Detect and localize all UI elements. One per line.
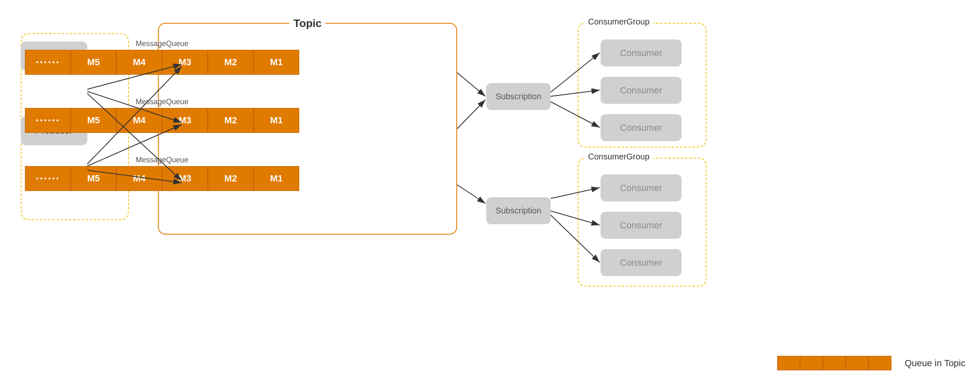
legend-label: Queue in Topic [905, 358, 965, 369]
consumer-2-1: Consumer [601, 174, 682, 201]
mq-3-cell-5: M1 [254, 166, 299, 191]
svg-line-8 [457, 100, 485, 129]
svg-line-7 [457, 73, 485, 96]
subscription-2: Subscription [486, 197, 551, 224]
mq-3-cell-3: M3 [162, 166, 208, 191]
mq-2-label: MessageQueue [25, 98, 299, 106]
subscription-1-label: Subscription [495, 92, 541, 101]
mq-3-cell-4: M2 [208, 166, 254, 191]
mq-2-row: ······ M5 M4 M3 M2 M1 [25, 108, 299, 133]
consumer-2-3-label: Consumer [620, 257, 662, 268]
legend-cell-5 [869, 356, 891, 370]
mq-3-cell-1: M5 [71, 166, 116, 191]
mq-1-row: ······ M5 M4 M3 M2 M1 [25, 50, 299, 75]
mq-3-cell-2: M4 [116, 166, 162, 191]
subscription-1: Subscription [486, 83, 551, 110]
consumer-2-2: Consumer [601, 212, 682, 239]
mq-2-cell-1: M5 [71, 108, 116, 133]
message-queue-3: MessageQueue ······ M5 M4 M3 M2 M1 [25, 156, 299, 191]
consumer-1-1: Consumer [601, 39, 682, 66]
legend-cell-2 [800, 356, 823, 370]
consumer-1-3: Consumer [601, 114, 682, 141]
svg-line-9 [457, 185, 485, 203]
legend-cell-4 [846, 356, 869, 370]
mq-3-label: MessageQueue [25, 156, 299, 164]
legend: Queue in Topic [777, 356, 965, 370]
cg-1-label: ConsumerGroup [585, 17, 653, 27]
consumer-2-3: Consumer [601, 249, 682, 276]
mq-2-cell-2: M4 [116, 108, 162, 133]
legend-cell-3 [823, 356, 846, 370]
message-queue-2: MessageQueue ······ M5 M4 M3 M2 M1 [25, 98, 299, 133]
mq-1-cell-3: M3 [162, 50, 208, 75]
topic-label: Topic [289, 17, 325, 30]
message-queue-1: MessageQueue ······ M5 M4 M3 M2 M1 [25, 39, 299, 75]
diagram: Producer Producer Topic MessageQueue ···… [0, 0, 980, 382]
mq-2-cell-0: ······ [25, 108, 71, 133]
mq-1-cell-2: M4 [116, 50, 162, 75]
mq-3-cell-0: ······ [25, 166, 71, 191]
consumer-1-2-label: Consumer [620, 85, 662, 96]
consumer-2-1-label: Consumer [620, 183, 662, 193]
consumer-2-2-label: Consumer [620, 220, 662, 231]
mq-1-cell-5: M1 [254, 50, 299, 75]
consumer-1-3-label: Consumer [620, 122, 662, 133]
consumer-1-2: Consumer [601, 77, 682, 104]
subscription-2-label: Subscription [495, 206, 541, 215]
mq-2-cell-5: M1 [254, 108, 299, 133]
mq-1-cell-1: M5 [71, 50, 116, 75]
mq-2-cell-4: M2 [208, 108, 254, 133]
legend-cell-1 [777, 356, 800, 370]
mq-1-label: MessageQueue [25, 39, 299, 48]
mq-1-cell-0: ······ [25, 50, 71, 75]
mq-1-cell-4: M2 [208, 50, 254, 75]
cg-2-label: ConsumerGroup [585, 152, 653, 162]
consumer-1-1-label: Consumer [620, 48, 662, 59]
mq-3-row: ······ M5 M4 M3 M2 M1 [25, 166, 299, 191]
legend-queue [777, 356, 891, 370]
mq-2-cell-3: M3 [162, 108, 208, 133]
